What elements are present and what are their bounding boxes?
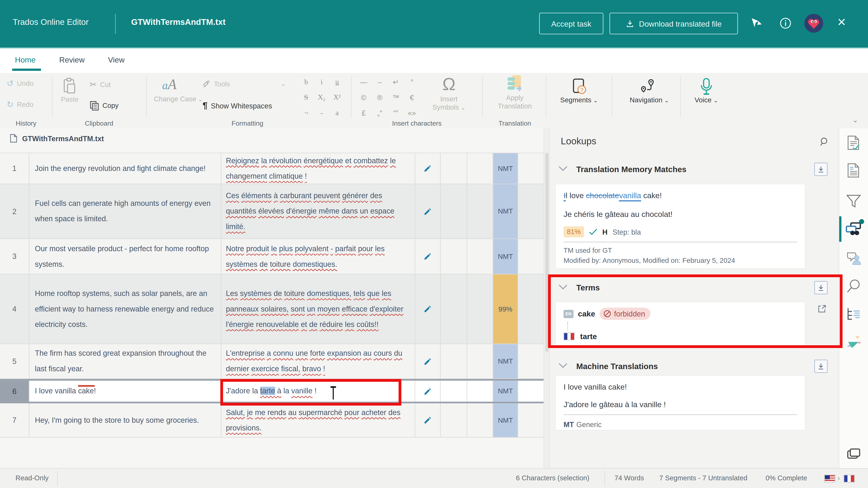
download-translated-file-button[interactable]: Download translated file (610, 13, 738, 34)
insert-character-button[interactable]: © (356, 91, 371, 104)
term-external-link-icon[interactable] (818, 304, 827, 313)
insert-character-button[interactable]: — (356, 75, 371, 89)
terms-section-header: Terms (550, 281, 839, 298)
undo-button[interactable]: ↺Undo (7, 78, 34, 89)
change-case-button[interactable]: aA Change Case ⌄ (154, 76, 185, 103)
cut-button[interactable]: ✂Cut (90, 80, 111, 90)
edit-state-cell[interactable] (415, 274, 441, 344)
insert-character-button[interactable]: ↵ (389, 75, 403, 89)
collapse-ribbon-chevron[interactable]: ⌄ (852, 116, 858, 124)
filter-icon[interactable] (846, 194, 862, 208)
format-button-1[interactable]: i (314, 75, 329, 89)
format-button-7[interactable]: - (314, 106, 329, 120)
insert-character-button[interactable]: «» (405, 106, 419, 120)
tab-view[interactable]: View (107, 53, 126, 66)
mt-apply-icon[interactable] (814, 360, 828, 373)
terms-card[interactable]: EN cake forbidden tarte (555, 301, 805, 347)
tm-confirmed-check-icon (589, 229, 597, 235)
language-weaver-logo-icon[interactable] (845, 334, 862, 350)
source-cell[interactable]: Hey, I'm going to the store to buy some … (29, 403, 221, 437)
lookups-search-icon[interactable] (820, 137, 829, 147)
tab-review[interactable]: Review (58, 53, 86, 66)
mt-card[interactable]: I love vanilla cake! J'adore le gâteau à… (555, 375, 805, 431)
info-icon[interactable] (777, 15, 794, 32)
terms-apply-icon[interactable] (814, 281, 828, 294)
terms-collapse-chevron[interactable] (558, 284, 567, 290)
stacked-windows-icon[interactable] (847, 448, 860, 459)
target-cell[interactable]: J'adore la tarte à la vanille ! (221, 381, 415, 402)
show-whitespaces-button[interactable]: ¶ Show Whitespaces (203, 101, 272, 111)
paste-button[interactable]: Paste (58, 77, 82, 103)
empty-cell (467, 184, 493, 238)
target-cell[interactable]: Les systèmes de toiture domestiques, tel… (221, 274, 415, 344)
source-cell[interactable]: The firm has scored great expansion thro… (29, 344, 221, 378)
empty-cell (467, 403, 493, 437)
source-cell[interactable]: Our most versatile product - perfect for… (29, 239, 221, 274)
comments-icon[interactable] (846, 251, 862, 265)
tm-collapse-chevron[interactable] (558, 166, 567, 171)
insert-symbols-button[interactable]: Ω Insert Symbols ⌄ (431, 73, 467, 111)
insert-character-button[interactable]: ™ (389, 91, 403, 104)
tools-button[interactable]: Tools⌄ (203, 80, 286, 88)
edit-state-cell[interactable] (415, 153, 441, 184)
close-icon[interactable]: ✕ (837, 15, 846, 29)
target-cell[interactable]: L'entreprise a connu une forte expansion… (221, 344, 415, 378)
format-button-4[interactable]: X₂ (314, 91, 329, 104)
source-cell[interactable]: Home rooftop systems, such as solar pane… (29, 274, 221, 344)
target-cell[interactable]: Rejoignez la révolution énergétique et c… (221, 153, 415, 184)
translation-origin-cell: NMT (493, 184, 518, 238)
source-cell[interactable]: Join the energy revolution and fight cli… (29, 153, 221, 184)
apply-translation-button[interactable]: Apply Translation (496, 74, 534, 110)
insert-character-button[interactable]: ® (373, 91, 387, 104)
document-scrollbar[interactable] (544, 128, 550, 468)
edit-state-cell[interactable] (415, 344, 441, 378)
empty-cell (467, 344, 493, 378)
insert-character-button[interactable]: € (405, 91, 419, 104)
file-details-icon[interactable] (846, 163, 861, 178)
lookups-panel-icon[interactable] (845, 222, 862, 236)
tm-name: TM used for GT (564, 247, 797, 255)
target-cell[interactable]: Salut, je me rends au supermarché pour a… (221, 403, 415, 437)
voice-button[interactable]: Voice ⌄ (690, 77, 723, 104)
ribbon: ↺Undo ↻Redo History Paste ✂Cut Copy Clip… (0, 73, 868, 129)
segments-icon: ? (569, 77, 588, 96)
source-cell[interactable]: Fuel cells can generate high amounts of … (29, 184, 221, 238)
insert-character-button[interactable]: “” (389, 106, 403, 120)
preview-document-icon[interactable] (846, 135, 861, 151)
tm-match-card[interactable]: Il love chocolatevanilla cake! Je chéris… (555, 184, 805, 269)
empty-cell (518, 381, 547, 402)
document-structure-icon[interactable] (846, 307, 862, 321)
edit-state-cell[interactable] (415, 403, 441, 437)
whats-new-icon[interactable] (748, 15, 765, 32)
format-button-6[interactable]: ¬ (299, 106, 313, 120)
find-replace-icon[interactable] (846, 279, 861, 293)
insert-character-button[interactable]: „“ (373, 106, 387, 120)
edit-state-cell[interactable] (415, 184, 441, 238)
insert-character-button[interactable]: – (373, 75, 387, 89)
source-cell[interactable]: I love vanilla cake! (29, 381, 221, 402)
insert-character-button[interactable]: £ (356, 106, 371, 120)
target-cell[interactable]: Notre produit le plus polyvalent - parfa… (221, 239, 415, 274)
format-button-8[interactable]: a (330, 106, 344, 120)
format-button-3[interactable]: S (299, 91, 313, 104)
format-button-2[interactable]: u (330, 75, 344, 89)
tm-apply-icon[interactable] (814, 163, 828, 176)
format-button-0[interactable]: b (299, 75, 313, 89)
user-avatar[interactable] (804, 14, 823, 33)
target-cell[interactable]: Ces éléments à carburant peuvent générer… (221, 184, 415, 238)
translation-origin-cell: 99% (493, 274, 518, 344)
edit-state-cell[interactable] (415, 239, 441, 274)
insert-character-button[interactable]: ° (405, 75, 419, 89)
accept-task-button[interactable]: Accept task (539, 13, 603, 34)
trados-online-editor: Trados Online Editor GTWithTermsAndTM.tx… (0, 0, 868, 488)
edit-state-cell[interactable] (415, 381, 441, 402)
copy-button[interactable]: Copy (90, 101, 119, 111)
mt-collapse-chevron[interactable] (558, 363, 567, 368)
segments-button[interactable]: ? Segments ⌄ (559, 77, 599, 104)
mt-section-title: Machine Translations (576, 362, 658, 371)
tab-home[interactable]: Home (14, 53, 37, 66)
format-button-5[interactable]: X² (330, 91, 344, 104)
group-label-translation: Translation (498, 120, 531, 127)
redo-button[interactable]: ↻Redo (7, 100, 34, 110)
navigation-button[interactable]: Navigation ⌄ (629, 77, 670, 104)
